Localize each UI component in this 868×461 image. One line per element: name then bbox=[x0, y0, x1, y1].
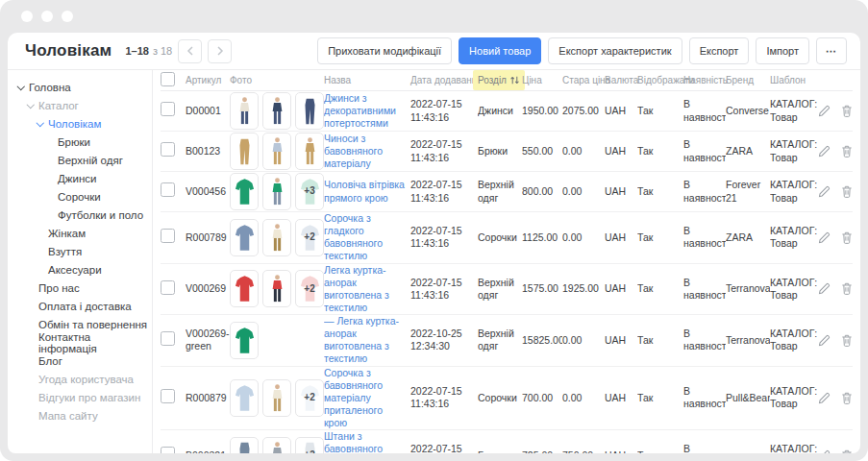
product-photo-thumb[interactable] bbox=[262, 379, 291, 417]
product-photo-thumb[interactable] bbox=[230, 379, 259, 417]
product-name-link[interactable]: Джинси з декоративними потертостями bbox=[324, 92, 396, 129]
sidebar-item[interactable]: Про нас bbox=[8, 279, 152, 297]
sidebar-item[interactable]: Чоловікам bbox=[8, 114, 152, 133]
sidebar-item[interactable]: Сорочки bbox=[8, 187, 152, 206]
product-photo-thumb[interactable] bbox=[230, 437, 259, 453]
product-name-link[interactable]: Сорочка з гладкого бавовняного текстилю bbox=[324, 212, 383, 261]
delete-button[interactable] bbox=[841, 231, 853, 244]
product-name-link[interactable]: — Легка куртка-анорак виготовлена з текс… bbox=[324, 315, 399, 364]
column-header[interactable]: Шаблон bbox=[770, 75, 818, 85]
delete-button[interactable] bbox=[841, 105, 853, 117]
delete-button[interactable] bbox=[841, 449, 853, 453]
product-photo-thumb[interactable] bbox=[262, 437, 291, 453]
column-header[interactable]: Фото bbox=[230, 75, 324, 85]
row-checkbox[interactable] bbox=[161, 102, 175, 116]
product-name-link[interactable]: Чиноси з бавовняного матеріалу bbox=[324, 133, 383, 169]
product-photo-thumb[interactable] bbox=[230, 133, 259, 170]
edit-button[interactable] bbox=[818, 449, 831, 453]
sidebar-item[interactable]: Каталог bbox=[8, 96, 152, 114]
edit-button[interactable] bbox=[818, 145, 831, 158]
sidebar-item[interactable]: Джинси bbox=[8, 169, 152, 187]
cell-actions bbox=[818, 392, 855, 404]
sorted-column-header[interactable]: Розділ bbox=[473, 70, 525, 90]
sidebar-item[interactable]: Взуття bbox=[8, 242, 152, 260]
row-checkbox[interactable] bbox=[161, 389, 175, 403]
sidebar-item[interactable]: Аксесуари bbox=[8, 260, 152, 279]
row-checkbox[interactable] bbox=[161, 447, 175, 453]
sidebar-item[interactable]: Жінкам bbox=[8, 224, 152, 242]
row-checkbox[interactable] bbox=[161, 280, 175, 295]
sidebar-item[interactable]: Брюки bbox=[8, 133, 152, 151]
sidebar-item[interactable]: Угода користувача bbox=[8, 370, 152, 388]
column-header: Розділ bbox=[478, 70, 522, 90]
sidebar-item[interactable]: Контактна інформація bbox=[8, 333, 152, 352]
more-photos-thumb[interactable]: +2 bbox=[295, 270, 324, 307]
table-row: B000321+2Штани з бавовняного матеріалу п… bbox=[161, 430, 853, 453]
cell-currency: UAH bbox=[605, 231, 637, 244]
delete-button[interactable] bbox=[841, 145, 853, 158]
product-photo-thumb[interactable] bbox=[262, 270, 291, 307]
row-checkbox[interactable] bbox=[161, 142, 175, 157]
edit-button[interactable] bbox=[818, 105, 831, 117]
edit-button[interactable] bbox=[818, 334, 831, 347]
product-photo-thumb[interactable] bbox=[295, 133, 324, 170]
product-photo-thumb[interactable] bbox=[262, 92, 291, 130]
column-header[interactable]: Відображати bbox=[637, 75, 683, 85]
edit-button[interactable] bbox=[818, 282, 831, 295]
sidebar-item[interactable]: Оплата і доставка bbox=[8, 297, 152, 315]
product-name-link[interactable]: Сорочка з бавовняного матеріалу притален… bbox=[324, 367, 383, 429]
more-photos-thumb[interactable]: +3 bbox=[295, 173, 324, 210]
sidebar-item[interactable]: Відгуки про магазин bbox=[8, 388, 152, 406]
product-photo-thumb[interactable] bbox=[230, 219, 259, 256]
row-checkbox[interactable] bbox=[161, 331, 175, 346]
product-photo-thumb[interactable] bbox=[262, 219, 291, 256]
product-name-link[interactable]: Легка куртка-анорак виготовлена з тексти… bbox=[324, 264, 389, 313]
column-header[interactable]: Наявність bbox=[683, 75, 726, 85]
row-checkbox[interactable] bbox=[161, 229, 175, 243]
delete-button[interactable] bbox=[841, 185, 853, 198]
import-button[interactable]: Імпорт bbox=[756, 37, 809, 64]
prev-page-button[interactable] bbox=[178, 39, 202, 63]
more-photos-thumb[interactable]: +2 bbox=[295, 219, 324, 256]
edit-button[interactable] bbox=[818, 392, 831, 404]
more-photos-thumb[interactable]: +2 bbox=[295, 437, 324, 453]
product-name-link[interactable]: Чоловіча вітрівка прямого крою bbox=[324, 179, 405, 203]
export-button[interactable]: Експорт bbox=[689, 37, 750, 64]
column-header[interactable]: Назва bbox=[324, 75, 410, 85]
edit-button[interactable] bbox=[818, 185, 831, 198]
trash-icon bbox=[841, 392, 853, 404]
cell-section: Верхній одяг bbox=[478, 179, 522, 204]
new-product-button[interactable]: Новий товар bbox=[459, 37, 541, 64]
product-photo-thumb[interactable] bbox=[295, 92, 324, 130]
product-photo-thumb[interactable] bbox=[230, 92, 259, 130]
next-page-button[interactable] bbox=[208, 39, 232, 63]
cell-display: Так bbox=[637, 334, 683, 347]
delete-button[interactable] bbox=[841, 392, 853, 404]
sidebar-item[interactable]: Головна bbox=[8, 78, 152, 96]
select-all-checkbox[interactable] bbox=[161, 72, 175, 86]
edit-button[interactable] bbox=[818, 231, 831, 244]
sidebar-item[interactable]: Мапа сайту bbox=[8, 406, 152, 425]
product-photo-thumb[interactable] bbox=[230, 322, 259, 359]
product-photo-thumb[interactable] bbox=[262, 173, 291, 210]
delete-button[interactable] bbox=[841, 282, 853, 295]
column-header[interactable]: Бренд bbox=[726, 75, 770, 85]
product-photo-thumb[interactable] bbox=[230, 173, 259, 210]
export-characteristics-button[interactable]: Експорт характеристик bbox=[548, 37, 682, 64]
product-photo-thumb[interactable] bbox=[262, 133, 291, 170]
more-photos-thumb[interactable]: +2 bbox=[295, 379, 324, 417]
delete-button[interactable] bbox=[841, 334, 853, 347]
hide-modifications-button[interactable]: Приховати модифікації bbox=[317, 37, 452, 64]
column-header[interactable]: Артикул bbox=[186, 75, 230, 85]
row-checkbox[interactable] bbox=[161, 182, 175, 197]
column-header[interactable]: Валюта bbox=[605, 75, 637, 85]
sidebar-item[interactable]: Футболки и поло bbox=[8, 206, 152, 224]
sidebar-item[interactable]: Блог bbox=[8, 352, 152, 370]
column-header[interactable]: Дата додавання bbox=[410, 75, 478, 85]
more-actions-button[interactable]: ⋯ bbox=[816, 37, 847, 64]
product-name-link[interactable]: Штани з бавовняного матеріалу прямого кр… bbox=[324, 430, 388, 453]
sidebar-item[interactable]: Верхній одяг bbox=[8, 151, 152, 169]
column-header[interactable]: Ціна bbox=[522, 75, 562, 85]
product-photo-thumb[interactable] bbox=[230, 270, 259, 307]
column-header[interactable]: Стара ціна bbox=[562, 75, 605, 85]
